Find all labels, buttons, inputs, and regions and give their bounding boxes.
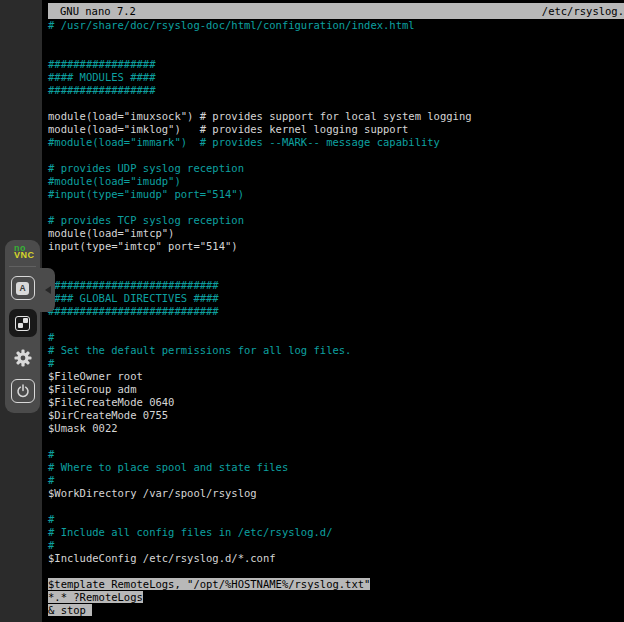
editor-line: # <box>48 474 624 487</box>
chevron-left-icon <box>45 286 51 294</box>
keyboard-key-icon: A <box>16 282 29 295</box>
editor-line: $FileOwner root <box>48 370 624 383</box>
editor-line: ########################### <box>48 305 624 318</box>
toolbar-collapse-handle[interactable] <box>40 268 55 312</box>
fullscreen-button[interactable] <box>9 309 37 337</box>
editor-line: # <box>48 357 624 370</box>
editor-line <box>48 318 624 331</box>
editor-line: module(load="imuxsock") # provides suppo… <box>48 110 624 123</box>
editor-line <box>48 253 624 266</box>
editor-line: # provides UDP syslog reception <box>48 162 624 175</box>
editor-line: $template RemoteLogs, "/opt/%HOSTNAME%/r… <box>48 578 624 591</box>
editor-line: $Umask 0022 <box>48 422 624 435</box>
editor-line: $DirCreateMode 0755 <box>48 409 624 422</box>
editor-line: $WorkDirectory /var/spool/rsyslog <box>48 487 624 500</box>
nano-titlebar: GNU nano 7.2 /etc/rsyslog. <box>48 3 624 19</box>
editor-line: # provides TCP syslog reception <box>48 214 624 227</box>
editor-line: & stop <box>48 604 624 617</box>
vnc-toolbar-panel: no VNC A <box>5 240 40 413</box>
terminal-screen[interactable]: GNU nano 7.2 /etc/rsyslog. # /usr/share/… <box>42 0 624 622</box>
editor-line: #### GLOBAL DIRECTIVES #### <box>48 292 624 305</box>
nano-filename-label: /etc/rsyslog. <box>542 3 624 19</box>
editor-line: ################# <box>48 84 624 97</box>
editor-line: #input(type="imudp" port="514") <box>48 188 624 201</box>
editor-line <box>48 266 624 279</box>
editor-line: ########################### <box>48 279 624 292</box>
fullscreen-icon <box>15 316 30 331</box>
editor-content[interactable]: # /usr/share/doc/rsyslog-doc/html/config… <box>48 19 624 622</box>
editor-line <box>48 97 624 110</box>
editor-line <box>48 435 624 448</box>
editor-line: $FileCreateMode 0640 <box>48 396 624 409</box>
editor-line: $IncludeConfig /etc/rsyslog.d/*.conf <box>48 552 624 565</box>
editor-line: #module(load="imudp") <box>48 175 624 188</box>
editor-line: module(load="imklog") # provides kernel … <box>48 123 624 136</box>
settings-button[interactable] <box>11 346 35 370</box>
editor-line <box>48 45 624 58</box>
power-icon <box>16 384 30 398</box>
editor-line: # Set the default permissions for all lo… <box>48 344 624 357</box>
editor-line: # <box>48 331 624 344</box>
editor-line: input(type="imtcp" port="514") <box>48 240 624 253</box>
toolbar-buttons: A <box>9 276 37 403</box>
editor-line <box>48 201 624 214</box>
editor-line: # <box>48 448 624 461</box>
editor-line: *.* ?RemoteLogs <box>48 591 624 604</box>
power-button[interactable] <box>11 379 35 403</box>
editor-line: # <box>48 513 624 526</box>
editor-line <box>48 32 624 45</box>
editor-line: $FileGroup adm <box>48 383 624 396</box>
editor-line: # Include all config files in /etc/rsysl… <box>48 526 624 539</box>
keyboard-button[interactable]: A <box>11 276 35 300</box>
nano-version-label: GNU nano 7.2 <box>48 3 136 19</box>
editor-line: # Where to place spool and state files <box>48 461 624 474</box>
editor-line: # /usr/share/doc/rsyslog-doc/html/config… <box>48 19 624 32</box>
editor-line: # <box>48 539 624 552</box>
gear-icon <box>13 348 33 368</box>
editor-line: #### MODULES #### <box>48 71 624 84</box>
editor-line <box>48 565 624 578</box>
editor-line: #module(load="immark") # provides --MARK… <box>48 136 624 149</box>
editor-line <box>48 500 624 513</box>
novnc-logo-vnc: VNC <box>14 252 35 259</box>
toolbar-divider <box>9 266 36 267</box>
novnc-logo: no VNC <box>14 245 35 259</box>
editor-line: module(load="imtcp") <box>48 227 624 240</box>
editor-line: ################# <box>48 58 624 71</box>
editor-line <box>48 149 624 162</box>
